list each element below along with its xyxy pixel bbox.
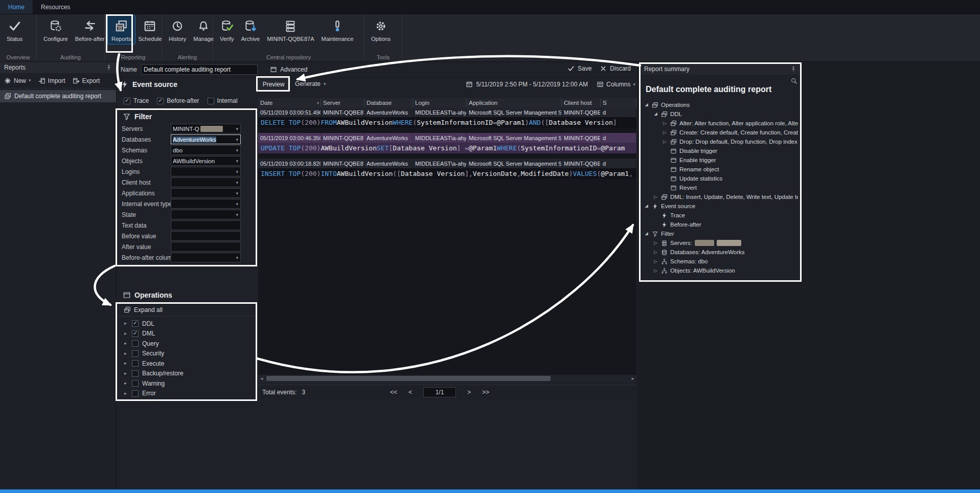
chevron-right-icon[interactable]: ▷ [662, 140, 668, 144]
after-value-input[interactable] [171, 242, 241, 252]
ribbon-button-history[interactable]: History [165, 15, 190, 44]
internal-event-type-dropdown[interactable]: ▾ [171, 199, 241, 209]
ribbon-button-central-instance[interactable]: MININT-QQBE87A [263, 15, 317, 44]
ribbon-button-archive[interactable]: Archive [238, 15, 264, 44]
import-button[interactable]: Import [38, 77, 65, 84]
before-after-column-dropdown[interactable]: ▾ [171, 253, 241, 262]
tree-item-objects[interactable]: ▷ Objects: AWBuildVersion [642, 266, 798, 275]
pager-next-button[interactable]: > [467, 389, 471, 396]
event-sql-row[interactable]: DELETE TOP (200) FROM AWBuildVersion WHE… [258, 117, 636, 128]
tree-item-schemas[interactable]: ▷ Schemas: dbo [642, 257, 798, 266]
event-row[interactable]: 05/11/2019 03:00:18.820 PM MININT-QQBE87… [258, 159, 636, 168]
expand-all-button[interactable]: Expand all [124, 306, 163, 313]
logins-dropdown[interactable]: ▾ [171, 167, 241, 176]
tree-item-disable-trigger[interactable]: Disable trigger [642, 146, 798, 155]
chevron-right-icon[interactable]: ▷ [653, 241, 658, 245]
ribbon-button-reports[interactable]: Reports [108, 15, 135, 44]
ribbon-button-status[interactable]: Status [3, 15, 26, 44]
new-report-button[interactable]: New ▾ [4, 77, 31, 84]
tree-item-before-after[interactable]: Before-after [642, 220, 798, 229]
checkbox[interactable] [208, 98, 214, 104]
scroll-right-icon[interactable]: ▸ [629, 375, 636, 382]
checkbox[interactable] [132, 340, 139, 347]
checkbox[interactable] [124, 98, 130, 104]
column-header-application[interactable]: Application [467, 98, 562, 107]
tree-item-alter[interactable]: ▷ Alter: Alter function, Alter applicati… [642, 119, 798, 128]
trace-checkbox-option[interactable]: Trace [124, 97, 149, 104]
pager-prev-button[interactable]: < [408, 389, 412, 396]
operation-item-backup-restore[interactable]: ▸ Backup/restore [123, 369, 261, 378]
scrollbar-thumb[interactable] [266, 376, 551, 381]
chevron-right-icon[interactable]: ▷ [653, 259, 658, 264]
pin-icon[interactable] [106, 64, 112, 71]
state-dropdown[interactable]: ▾ [171, 210, 241, 219]
operation-item-ddl[interactable]: ▸ DDL [123, 319, 261, 328]
column-header-client-host[interactable]: Client host [562, 98, 601, 107]
column-header-server[interactable]: Server [321, 98, 364, 107]
checkbox[interactable] [132, 350, 139, 357]
event-sql-row[interactable]: INSERT TOP (200) INTO AWBuildVersion([Da… [258, 168, 636, 179]
chevron-right-icon[interactable]: ▷ [653, 268, 658, 273]
preview-button[interactable]: Preview [259, 78, 288, 91]
tree-item-servers[interactable]: ▷ Servers: [642, 238, 798, 248]
expanded-triangle-icon[interactable]: ◢ [644, 103, 649, 107]
schemas-dropdown[interactable]: dbo ▾ [171, 145, 241, 155]
expanded-triangle-icon[interactable]: ◢ [644, 204, 649, 208]
pager-last-button[interactable]: >> [482, 389, 489, 396]
report-name-input[interactable] [141, 64, 258, 75]
checkbox[interactable] [132, 370, 139, 377]
ribbon-button-schedule[interactable]: Schedule [135, 15, 166, 44]
databases-dropdown[interactable]: AdventureWorks ▾ [171, 135, 241, 144]
tree-item-rename-object[interactable]: Rename object [642, 165, 798, 174]
chevron-right-icon[interactable]: ▸ [123, 331, 128, 336]
tree-item-dml[interactable]: ▷ DML: Insert, Update, Delete, Write tex… [642, 192, 798, 201]
column-header-date[interactable]: Date▾ [258, 98, 321, 107]
horizontal-scrollbar[interactable]: ◂ ▸ [258, 375, 636, 382]
tree-item-drop[interactable]: ▷ Drop: Drop default, Drop function, Dro… [642, 137, 798, 146]
tree-item-event-source[interactable]: ◢ Event source [642, 201, 798, 211]
operation-item-execute[interactable]: ▸ Execute [123, 359, 261, 368]
chevron-right-icon[interactable]: ▸ [123, 391, 128, 396]
servers-dropdown[interactable]: MININT-Q ▾ [171, 124, 241, 133]
tree-item-trace[interactable]: Trace [642, 211, 798, 220]
tree-item-enable-trigger[interactable]: Enable trigger [642, 155, 798, 165]
checkbox[interactable] [132, 380, 139, 387]
operation-item-query[interactable]: ▸ Query [123, 339, 261, 348]
chevron-right-icon[interactable]: ▸ [123, 351, 128, 356]
operation-item-error[interactable]: ▸ Error [123, 389, 261, 398]
tree-item-create[interactable]: ▷ Create: Create default, Create functio… [642, 128, 798, 137]
chevron-right-icon[interactable]: ▸ [123, 361, 128, 366]
pin-icon[interactable] [790, 66, 796, 72]
operation-item-security[interactable]: ▸ Security [123, 349, 261, 358]
operation-item-warning[interactable]: ▸ Warning [123, 379, 261, 388]
tree-item-operations[interactable]: ◢ Operations [642, 100, 798, 109]
chevron-right-icon[interactable]: ▸ [123, 381, 128, 386]
applications-dropdown[interactable]: ▾ [171, 188, 241, 198]
chevron-right-icon[interactable]: ▷ [653, 195, 658, 199]
search-icon[interactable] [790, 77, 797, 84]
text-data-input[interactable] [171, 220, 241, 230]
ribbon-button-configure[interactable]: Configure [40, 15, 72, 44]
date-range-picker[interactable]: 5/11/2019 2:50 PM - 5/12/2019 12:00 AM [466, 81, 588, 88]
event-sql-row[interactable]: UPDATE TOP (200) AWBuildVersion SET [Dat… [258, 143, 636, 153]
pager-first-button[interactable]: << [390, 389, 397, 396]
column-header-login[interactable]: Login [413, 98, 467, 107]
objects-dropdown[interactable]: AWBuildVersion ▾ [171, 156, 241, 166]
report-list-item[interactable]: Default complete auditing report [0, 90, 116, 102]
chevron-right-icon[interactable]: ▸ [123, 321, 128, 326]
checkbox[interactable] [132, 390, 139, 397]
operation-item-dml[interactable]: ▸ DML [123, 329, 261, 338]
ribbon-button-before-after[interactable]: Before-after [72, 15, 108, 44]
pager-page-indicator[interactable]: 1/1 [423, 387, 456, 397]
column-header-database[interactable]: Database [364, 98, 413, 107]
tree-item-filter[interactable]: ◢ Filter [642, 229, 798, 238]
chevron-right-icon[interactable]: ▸ [123, 341, 128, 346]
chevron-right-icon[interactable]: ▸ [123, 371, 128, 376]
save-button[interactable]: Save [567, 65, 591, 72]
columns-button[interactable]: Columns ▾ [597, 81, 635, 88]
before-value-input[interactable] [171, 231, 241, 241]
event-row[interactable]: 05/11/2019 03:00:51.490 PM MININT-QQBE87… [258, 107, 636, 117]
tree-item-ddl[interactable]: ◢ DDL [642, 109, 798, 119]
chevron-right-icon[interactable]: ▷ [662, 121, 668, 126]
tree-item-update-statistics[interactable]: Update statistics [642, 174, 798, 183]
